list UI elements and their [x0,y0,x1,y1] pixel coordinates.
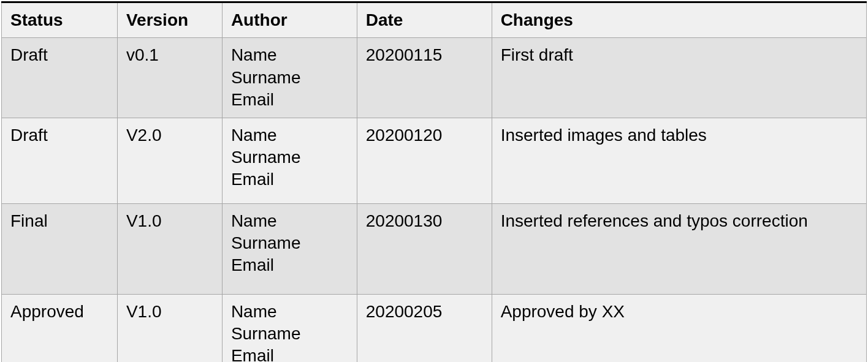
cell-date: 20200120 [357,118,492,203]
cell-date: 20200205 [357,294,492,362]
cell-version: V1.0 [117,294,222,362]
col-header-date: Date [357,2,492,38]
col-header-changes: Changes [492,2,866,38]
col-header-version: Version [117,2,222,38]
cell-date: 20200130 [357,203,492,294]
cell-author: Name Surname Email [222,294,357,362]
cell-version: V1.0 [117,203,222,294]
col-header-status: Status [2,2,118,38]
cell-author-email: Email [231,255,274,274]
table-row: Final V1.0 Name Surname Email 20200130 I… [2,203,867,294]
cell-author-name: Name Surname [231,302,301,343]
cell-changes: Approved by XX [492,294,866,362]
table-row: Draft V2.0 Name Surname Email 20200120 I… [2,118,867,203]
cell-changes: Inserted images and tables [492,118,866,203]
col-header-author: Author [222,2,357,38]
cell-status: Draft [2,38,118,118]
cell-author-email: Email [231,346,274,362]
cell-author-name: Name Surname [231,45,301,86]
cell-author: Name Surname Email [222,118,357,203]
revision-history-table: Status Version Author Date Changes Draft… [1,1,867,362]
cell-status: Draft [2,118,118,203]
cell-author-name: Name Surname [231,126,301,167]
cell-author-email: Email [231,90,274,109]
cell-author: Name Surname Email [222,203,357,294]
cell-changes: Inserted references and typos correction [492,203,866,294]
cell-author-email: Email [231,170,274,189]
cell-changes: First draft [492,38,866,118]
table-row: Approved V1.0 Name Surname Email 2020020… [2,294,867,362]
table-header-row: Status Version Author Date Changes [2,2,867,38]
cell-version: v0.1 [117,38,222,118]
cell-version: V2.0 [117,118,222,203]
cell-author: Name Surname Email [222,38,357,118]
cell-status: Final [2,203,118,294]
cell-author-name: Name Surname [231,211,301,252]
table-row: Draft v0.1 Name Surname Email 20200115 F… [2,38,867,118]
cell-status: Approved [2,294,118,362]
cell-date: 20200115 [357,38,492,118]
